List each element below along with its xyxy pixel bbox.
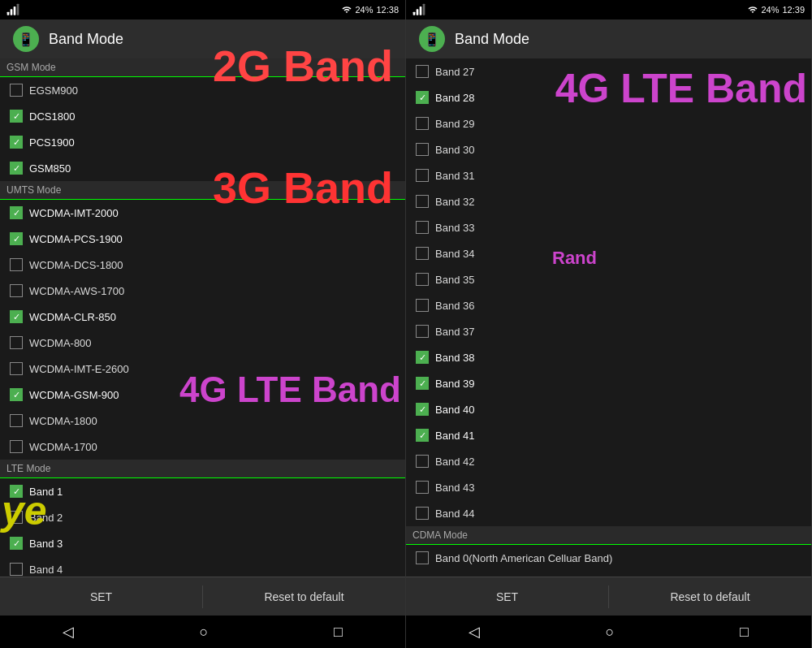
band-item[interactable]: Band 42 bbox=[406, 448, 811, 474]
band-item[interactable]: Band 30 bbox=[406, 136, 811, 162]
band-item[interactable]: Band 36 bbox=[406, 292, 811, 318]
back-icon[interactable]: ◁ bbox=[63, 623, 74, 641]
band39-label: Band 39 bbox=[435, 378, 474, 390]
right-set-button[interactable]: SET bbox=[406, 577, 608, 616]
band2-checkbox[interactable] bbox=[10, 511, 23, 524]
wcdma-clr-850-checkbox[interactable] bbox=[10, 310, 23, 323]
band-item[interactable]: WCDMA-GSM-900 bbox=[0, 382, 405, 408]
band34-checkbox[interactable] bbox=[416, 247, 429, 260]
band-item[interactable]: Band 31 bbox=[406, 162, 811, 188]
band30-label: Band 30 bbox=[435, 144, 474, 156]
right-recents-icon[interactable]: □ bbox=[740, 624, 749, 641]
band-item[interactable]: GSM850 bbox=[0, 155, 405, 181]
band42-checkbox[interactable] bbox=[416, 455, 429, 468]
band29-label: Band 29 bbox=[435, 118, 474, 130]
home-icon[interactable]: ○ bbox=[200, 624, 209, 641]
band-item[interactable]: Band 34 bbox=[406, 240, 811, 266]
band1-checkbox[interactable] bbox=[10, 485, 23, 498]
band-item[interactable]: Band 39 bbox=[406, 370, 811, 396]
wcdma-1700-checkbox[interactable] bbox=[10, 440, 23, 453]
band-item[interactable]: Band 3 bbox=[0, 530, 405, 556]
band-item[interactable]: WCDMA-800 bbox=[0, 330, 405, 356]
band-item[interactable]: DCS1800 bbox=[0, 103, 405, 129]
wcdma-1700-label: WCDMA-1700 bbox=[29, 441, 97, 453]
band30-checkbox[interactable] bbox=[416, 143, 429, 156]
band-item[interactable]: WCDMA-DCS-1800 bbox=[0, 252, 405, 278]
band33-checkbox[interactable] bbox=[416, 221, 429, 234]
left-status-bar: 24% 12:38 bbox=[0, 0, 405, 19]
band27-checkbox[interactable] bbox=[416, 65, 429, 78]
band37-checkbox[interactable] bbox=[416, 325, 429, 338]
band-item[interactable]: Band 38 bbox=[406, 344, 811, 370]
band39-checkbox[interactable] bbox=[416, 377, 429, 390]
band28-checkbox[interactable] bbox=[416, 91, 429, 104]
wcdma-800-label: WCDMA-800 bbox=[29, 337, 92, 349]
band40-checkbox[interactable] bbox=[416, 403, 429, 416]
band3-checkbox[interactable] bbox=[10, 537, 23, 550]
cdma-band0-checkbox[interactable] bbox=[416, 551, 429, 564]
wcdma-800-checkbox[interactable] bbox=[10, 336, 23, 349]
band-item[interactable]: Band 1(North American PCS band) bbox=[406, 571, 811, 577]
svg-rect-2 bbox=[14, 6, 16, 15]
egsm900-checkbox[interactable] bbox=[10, 84, 23, 97]
band-item[interactable]: Band 0(North American Celluar Band) bbox=[406, 545, 811, 571]
band-item[interactable]: Band 4 bbox=[0, 556, 405, 577]
band31-checkbox[interactable] bbox=[416, 169, 429, 182]
band-item[interactable]: Band 37 bbox=[406, 318, 811, 344]
band-item[interactable]: WCDMA-1700 bbox=[0, 434, 405, 460]
band38-checkbox[interactable] bbox=[416, 351, 429, 364]
left-phone-panel: 24% 12:38 📱 Band Mode 2G Band 3G Band 4G… bbox=[0, 0, 406, 648]
wcdma-1800-checkbox[interactable] bbox=[10, 414, 23, 427]
wcdma-aws-1700-checkbox[interactable] bbox=[10, 284, 23, 297]
gsm850-checkbox[interactable] bbox=[10, 162, 23, 175]
band-item[interactable]: Band 27 bbox=[406, 58, 811, 84]
band-item[interactable]: Band 41 bbox=[406, 422, 811, 448]
wcdma-imt-2000-checkbox[interactable] bbox=[10, 206, 23, 219]
band-item[interactable]: Band 29 bbox=[406, 110, 811, 136]
band-item[interactable]: Band 40 bbox=[406, 396, 811, 422]
right-home-icon[interactable]: ○ bbox=[606, 624, 615, 641]
band35-checkbox[interactable] bbox=[416, 273, 429, 286]
band-item[interactable]: Band 33 bbox=[406, 214, 811, 240]
wcdma-imt-2000-label: WCDMA-IMT-2000 bbox=[29, 207, 119, 219]
band-item[interactable]: PCS1900 bbox=[0, 129, 405, 155]
wcdma-dcs-1800-checkbox[interactable] bbox=[10, 258, 23, 271]
band43-checkbox[interactable] bbox=[416, 481, 429, 494]
band28-label: Band 28 bbox=[435, 92, 474, 104]
band44-checkbox[interactable] bbox=[416, 507, 429, 520]
band-item[interactable]: WCDMA-CLR-850 bbox=[0, 304, 405, 330]
band-item[interactable]: Band 44 bbox=[406, 500, 811, 526]
band-item[interactable]: Band 35 bbox=[406, 266, 811, 292]
band-item[interactable]: Band 43 bbox=[406, 474, 811, 500]
band4-checkbox[interactable] bbox=[10, 563, 23, 576]
band-item[interactable]: WCDMA-PCS-1900 bbox=[0, 226, 405, 252]
svg-rect-5 bbox=[417, 9, 419, 15]
band33-label: Band 33 bbox=[435, 222, 474, 234]
right-reset-button[interactable]: Reset to default bbox=[609, 577, 811, 616]
wcdma-pcs-1900-checkbox[interactable] bbox=[10, 232, 23, 245]
band-item[interactable]: EGSM900 bbox=[0, 77, 405, 103]
wcdma-gsm-900-checkbox[interactable] bbox=[10, 388, 23, 401]
left-set-button[interactable]: SET bbox=[0, 577, 202, 616]
band36-checkbox[interactable] bbox=[416, 299, 429, 312]
recents-icon[interactable]: □ bbox=[334, 624, 343, 641]
wcdma-imt-e-2600-checkbox[interactable] bbox=[10, 362, 23, 375]
band-item[interactable]: WCDMA-IMT-E-2600 bbox=[0, 356, 405, 382]
wcdma-1800-label: WCDMA-1800 bbox=[29, 415, 97, 427]
band-item[interactable]: Band 1 bbox=[0, 478, 405, 504]
umts-section-header: UMTS Mode bbox=[0, 181, 405, 200]
left-title: Band Mode bbox=[49, 31, 123, 48]
band-item[interactable]: WCDMA-IMT-2000 bbox=[0, 200, 405, 226]
band-item[interactable]: Band 28 bbox=[406, 84, 811, 110]
band41-checkbox[interactable] bbox=[416, 429, 429, 442]
band-item[interactable]: WCDMA-1800 bbox=[0, 408, 405, 434]
band-item[interactable]: Band 2 bbox=[0, 504, 405, 530]
band-item[interactable]: WCDMA-AWS-1700 bbox=[0, 278, 405, 304]
band-item[interactable]: Band 32 bbox=[406, 188, 811, 214]
left-reset-button[interactable]: Reset to default bbox=[203, 577, 405, 616]
band29-checkbox[interactable] bbox=[416, 117, 429, 130]
right-back-icon[interactable]: ◁ bbox=[469, 623, 480, 641]
dcs1800-checkbox[interactable] bbox=[10, 110, 23, 123]
pcs1900-checkbox[interactable] bbox=[10, 136, 23, 149]
band32-checkbox[interactable] bbox=[416, 195, 429, 208]
